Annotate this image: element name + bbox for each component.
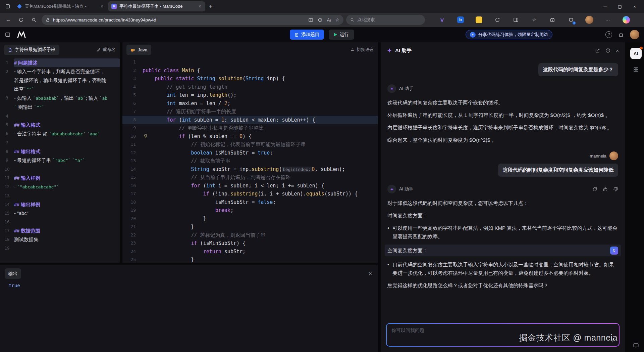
extension-v-icon[interactable]: V — [438, 16, 446, 24]
code-line[interactable]: 9 // 判断字符串长度是否能被子串整除 — [122, 124, 378, 132]
window-close-icon[interactable]: × — [627, 1, 642, 12]
problem-line[interactable]: 5## 输入格式 — [0, 121, 120, 129]
favorites-bar-icon[interactable]: ☆ — [530, 16, 538, 24]
code-line[interactable]: 5 int len = inp.length(); — [122, 91, 378, 99]
output-tab[interactable]: 输出 — [5, 268, 21, 279]
code-line[interactable]: 20 } — [122, 215, 378, 223]
split-screen-icon[interactable] — [308, 17, 313, 23]
notifications-bell-icon[interactable] — [618, 32, 624, 38]
code-line[interactable]: 14 String subStr = inp.substring(beginIn… — [122, 165, 378, 174]
browser-tab-marscode[interactable]: M 字符串最短循环子串 - MarsCode × — [108, 1, 205, 11]
monitor-icon[interactable] — [633, 343, 639, 349]
problem-line[interactable]: 13 — [0, 191, 120, 200]
problem-line[interactable]: 18测试数据集 — [0, 235, 120, 244]
send-icon[interactable] — [609, 338, 615, 343]
problem-line[interactable]: 19 — [0, 244, 120, 253]
rename-button[interactable]: 重命名 — [96, 47, 116, 53]
add-problem-button[interactable]: 添加题目 — [290, 30, 324, 40]
code-line[interactable]: 25 } — [122, 256, 378, 263]
code-line[interactable]: 15 // 从当前子串开始遍历，判断是否存在循环 — [122, 173, 378, 182]
help-icon[interactable]: ? — [605, 31, 612, 38]
code-line[interactable]: 23 if (isMinSubStr) { — [122, 239, 378, 248]
problem-line[interactable]: 1# 问题描述 — [0, 58, 120, 67]
address-bar[interactable]: https://www.marscode.cn/practice/In433ne… — [42, 15, 343, 25]
tab-close-icon[interactable]: × — [198, 4, 202, 9]
code-line[interactable]: 24 return subStr; — [122, 248, 378, 256]
code-line[interactable]: 21 } — [122, 223, 378, 231]
collections-icon[interactable] — [548, 16, 556, 24]
problem-line[interactable]: 12- `"abcabcabcabc"` — [0, 182, 120, 191]
chat-input[interactable] — [387, 324, 619, 346]
refresh-icon[interactable] — [16, 15, 26, 25]
toolbar-search-icon[interactable] — [29, 15, 39, 25]
code-line[interactable]: 3 public static String solution(String i… — [122, 75, 378, 83]
privacy-shield-icon[interactable]: + — [567, 16, 575, 24]
problem-line[interactable]: 10 — [0, 165, 120, 174]
problem-line[interactable]: 8## 输出格式 — [0, 147, 120, 156]
code-line[interactable]: 11 // 初始化标记，代表当前字串可能为最短循环子串 — [122, 140, 378, 149]
sidebar-toggle-icon[interactable] — [5, 32, 11, 37]
problem-line[interactable]: 6- 合法字符串 如 `abcabcabcabc` `aaa` — [0, 129, 120, 138]
editor-language-tab[interactable]: Java — [126, 45, 151, 55]
open-in-window-icon[interactable] — [595, 48, 600, 53]
user-avatar[interactable] — [630, 30, 639, 39]
tab-workspaces-icon[interactable] — [2, 2, 13, 11]
problem-line[interactable]: 11## 输入样例 — [0, 174, 120, 182]
code-line[interactable]: 22 // 若标记为真，则返回当前子串 — [122, 231, 378, 239]
yellow-extension-icon[interactable] — [475, 16, 483, 24]
ai-launcher-button[interactable]: AI — [630, 48, 642, 59]
tab-close-icon[interactable]: × — [100, 4, 104, 9]
code-line[interactable]: 19 break; — [122, 206, 378, 215]
sync-icon[interactable] — [493, 16, 501, 24]
reader-mode-icon[interactable] — [318, 17, 323, 23]
thumbs-up-icon[interactable] — [603, 187, 608, 192]
problem-line[interactable]: 2- 输入一个字符串，判断其是否完全循环，若是循环的，输出最短的循环子串，否则输… — [0, 67, 120, 94]
problem-line[interactable]: 16 — [0, 218, 120, 226]
insert-suggestion-icon[interactable] — [610, 247, 618, 255]
history-clock-icon[interactable] — [605, 48, 610, 53]
code-line[interactable]: 17 if (!inp.substring(i, i + subLen).equ… — [122, 190, 378, 198]
problem-line[interactable]: 3- 如输入 `abababab`，输出 `ab`; 输入 `ab` 则输出 `… — [0, 94, 120, 112]
problem-line[interactable]: 7 — [0, 138, 120, 147]
copilot-icon[interactable] — [622, 16, 630, 24]
favorite-star-icon[interactable]: ☆ — [335, 17, 339, 23]
problem-title-chip[interactable]: 字符串最短循环子串 — [4, 45, 59, 55]
problem-line[interactable]: 14## 输出样例 — [0, 200, 120, 209]
code-line[interactable]: 8 for (int subLen = 1; subLen < maxLen; … — [122, 116, 378, 124]
chat-input-box[interactable] — [386, 323, 620, 347]
bing-extension-icon[interactable]: b — [457, 16, 465, 24]
problem-line[interactable]: 17## 数据范围 — [0, 226, 120, 235]
apps-grid-icon[interactable] — [633, 67, 639, 73]
regenerate-icon[interactable] — [592, 187, 597, 192]
code-line[interactable]: 6 int maxLen = len / 2; — [122, 99, 378, 108]
problem-line[interactable]: 4 — [0, 112, 120, 121]
marscode-logo[interactable] — [17, 31, 26, 38]
browser-profile-avatar[interactable] — [585, 16, 593, 24]
code-line[interactable]: 4 // get string length — [122, 83, 378, 91]
code-line[interactable]: 1 — [122, 58, 378, 67]
code-line[interactable]: 10 if (len % subLen == 0) { — [122, 132, 378, 141]
thumbs-down-icon[interactable] — [613, 187, 618, 192]
code-line[interactable]: 18 isMinSubStr = false; — [122, 198, 378, 207]
ai-panel-close-icon[interactable]: × — [616, 48, 619, 53]
code-line[interactable]: 16 for (int i = subLen; i < len; i += su… — [122, 182, 378, 190]
quick-search-box[interactable]: 点此搜索 — [346, 15, 425, 25]
back-icon[interactable]: ← — [3, 15, 13, 25]
window-minimize-icon[interactable]: ─ — [598, 1, 612, 12]
output-close-icon[interactable]: × — [369, 270, 372, 277]
problem-line[interactable]: 15- "abc" — [0, 209, 120, 218]
problem-line[interactable]: 9- 最短的循环子串 `"abc"` `"a"` — [0, 156, 120, 165]
side-panel-icon[interactable] — [512, 16, 520, 24]
more-options-icon[interactable]: ⋯ — [604, 16, 612, 24]
run-button[interactable]: 运行 — [329, 30, 354, 40]
new-tab-button[interactable]: + — [206, 2, 215, 11]
user-message-bubble[interactable]: 这段代码的时间复杂度是多少？ — [538, 63, 618, 76]
browser-tab-juejin[interactable]: 豆包MarsCode刷题挑战 - 沸点 - × — [13, 1, 107, 11]
code-line[interactable]: 7 // 遍历初始字符串一半的长度 — [122, 107, 378, 116]
user-message-bubble[interactable]: 这段代码的时间复杂度和空间复杂度应该如何降低 — [498, 164, 618, 177]
window-maximize-icon[interactable]: ▢ — [612, 1, 627, 12]
read-aloud-icon[interactable]: A) — [327, 17, 331, 23]
code-line[interactable]: 12 boolean isMinSubStr = true; — [122, 149, 378, 157]
switch-language-button[interactable]: 切换语言 — [350, 47, 374, 53]
promo-badge[interactable]: 分享代码练习体验，领限量定制周边 — [466, 30, 552, 39]
